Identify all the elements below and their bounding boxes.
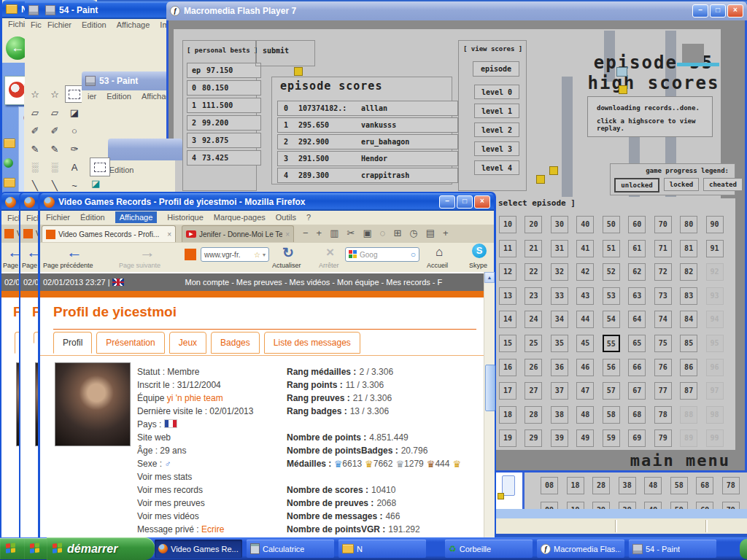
print-icon[interactable]: ▤	[426, 228, 435, 238]
pencil-tool-button[interactable]: ✎	[26, 140, 44, 158]
rect-select-tool-button[interactable]	[90, 158, 110, 176]
topbar-links[interactable]: Mon compte - Mes preuves - Mes vidéos - …	[185, 278, 443, 287]
episode-cell-36[interactable]: 36	[551, 359, 568, 376]
episode-cell-64[interactable]: 64	[628, 311, 646, 328]
skype-label[interactable]: Skype	[469, 262, 487, 269]
episode-cell-49[interactable]: 49	[576, 429, 594, 447]
submit-button[interactable]: submit	[263, 47, 289, 55]
episode-cell-88[interactable]: 88	[680, 406, 697, 424]
add-icon[interactable]: +	[443, 228, 449, 238]
start-button[interactable]: démarrer	[47, 537, 155, 560]
episode-cell-28[interactable]: 28	[525, 406, 542, 424]
eraser-tool-button[interactable]: ▱	[45, 104, 64, 121]
episode-cell-44[interactable]: 44	[576, 311, 594, 328]
episode-cell-76[interactable]: 76	[654, 359, 672, 376]
episode-cell-15[interactable]: 15	[499, 335, 516, 352]
episode-cell-93[interactable]: 93	[706, 287, 724, 305]
history-clock-icon[interactable]: ◷	[409, 228, 417, 238]
episode-cell-81[interactable]: 81	[680, 240, 697, 257]
episode-cell-60[interactable]: 60	[628, 216, 646, 233]
episode-cell-90[interactable]: 90	[706, 216, 724, 233]
episode-cell-41[interactable]: 41	[576, 240, 594, 257]
minimize-text-icon[interactable]: −	[303, 228, 309, 238]
episode-cell-22[interactable]: 22	[525, 263, 542, 281]
episode-cell-66[interactable]: 66	[628, 359, 646, 376]
menu-marquepages[interactable]: Marque-pages	[214, 213, 266, 222]
episode-cell-35[interactable]: 35	[551, 335, 568, 352]
episode-cell-11[interactable]: 11	[499, 240, 516, 257]
minimize-button[interactable]: –	[439, 195, 455, 209]
skype-icon[interactable]: S	[472, 244, 487, 258]
episode-cell-27[interactable]: 27	[525, 382, 542, 400]
home-label[interactable]: Accueil	[427, 262, 448, 269]
episode-cell-29[interactable]: 29	[525, 429, 542, 447]
episode-cell-13[interactable]: 13	[499, 287, 516, 305]
color-picker-tool-button[interactable]: ✐	[26, 122, 44, 139]
episode-cell-20[interactable]: 20	[525, 216, 542, 233]
cut-icon[interactable]: ✂	[347, 228, 355, 238]
episode-cell-32[interactable]: 32	[551, 263, 568, 281]
episode-cell-78[interactable]: 78	[654, 406, 672, 424]
episode-cell-59[interactable]: 59	[603, 429, 620, 447]
episode-score-row[interactable]: 4289.300crappitrash	[277, 168, 458, 183]
episode-cell-56[interactable]: 56	[603, 359, 620, 376]
pencil-tool-button[interactable]: ✎	[45, 140, 64, 158]
episode-cell-98[interactable]: 98	[706, 406, 724, 424]
level-1-button[interactable]: level 1	[474, 104, 519, 118]
episode-cell-42[interactable]: 42	[576, 263, 594, 281]
episode-cell-47[interactable]: 47	[576, 382, 594, 400]
stop-label[interactable]: Arrêter	[319, 262, 339, 269]
episode-cell-21[interactable]: 21	[525, 240, 542, 257]
refresh-icon[interactable]: ↻	[282, 244, 294, 261]
menu-fichier[interactable]: Fichier	[46, 213, 70, 222]
episode-cell-30[interactable]: 30	[551, 216, 568, 233]
tab-vgr-profile[interactable]: Video Games Records - Profi... ×	[42, 225, 176, 242]
episode-cell-18[interactable]: 18	[499, 406, 516, 424]
profile-link[interactable]: Voir mes records	[137, 485, 283, 498]
enlarge-text-icon[interactable]: +	[317, 228, 322, 238]
episode-cell-63[interactable]: 63	[628, 287, 646, 305]
refresh-label[interactable]: Actualiser	[272, 262, 301, 269]
profile-tab-jeux[interactable]: Jeux	[169, 332, 206, 354]
sidebar-folder-icon[interactable]	[4, 178, 15, 187]
episode-score-row[interactable]: 0107374182.:alllan	[277, 101, 458, 116]
stop-icon[interactable]: ×	[326, 244, 334, 260]
maximize-button[interactable]: □	[457, 195, 473, 209]
episode-cell-71[interactable]: 71	[654, 240, 672, 257]
forward-arrow-icon[interactable]: →	[139, 243, 155, 262]
menu-[interactable]: ?	[306, 213, 311, 222]
episode-cell-86[interactable]: 86	[680, 359, 697, 376]
home-icon[interactable]: ⌂	[436, 245, 443, 260]
episode-cell-55[interactable]: 55	[603, 335, 620, 352]
paint-menu-item-fragment[interactable]: Fichi	[31, 20, 42, 29]
episode-cell-75[interactable]: 75	[654, 335, 672, 352]
episode-cell-54[interactable]: 54	[603, 311, 620, 328]
episode-cell-12[interactable]: 12	[499, 263, 516, 281]
episode-cell-72[interactable]: 72	[654, 263, 672, 281]
tab-youtube[interactable]: ▶ Jenifer - Donne-Moi Le Tem... ×	[182, 225, 294, 242]
site-web-link[interactable]: Site web	[137, 432, 283, 446]
episode-cell-57[interactable]: 57	[603, 382, 620, 400]
profile-link[interactable]: Voir mes vidéos	[137, 511, 283, 524]
menu-outils[interactable]: Outils	[276, 213, 296, 222]
profile-tab-pr-sentation[interactable]: Présentation	[96, 332, 164, 354]
back-arrow-icon[interactable]: ←	[66, 243, 82, 262]
eraser-tool-button[interactable]: ▱	[26, 104, 44, 121]
mp-ecrire-link[interactable]: Ecrire	[201, 524, 224, 534]
sidebar-globe-icon[interactable]	[4, 158, 13, 168]
episode-cell-73[interactable]: 73	[654, 287, 672, 305]
search-field[interactable]: Goog ○	[345, 247, 419, 262]
menu-historique[interactable]: Historique	[167, 213, 204, 222]
episode-cell-58[interactable]: 58	[603, 406, 620, 424]
paint53-menu-item[interactable]: Affichage	[142, 92, 168, 101]
episode-cell-25[interactable]: 25	[525, 335, 542, 352]
episode-cell-91[interactable]: 91	[706, 240, 724, 257]
episode-cell-80[interactable]: 80	[680, 216, 697, 233]
episode-cell-38[interactable]: 38	[551, 406, 568, 424]
paint54-menu-item[interactable]: Edition	[82, 20, 107, 29]
episode-cell-83[interactable]: 83	[680, 287, 697, 305]
episode-cell-17[interactable]: 17	[499, 382, 516, 400]
episode-cell-77[interactable]: 77	[654, 382, 672, 400]
forward-label[interactable]: Page suivante	[119, 262, 160, 269]
level-2-button[interactable]: level 2	[474, 122, 519, 137]
